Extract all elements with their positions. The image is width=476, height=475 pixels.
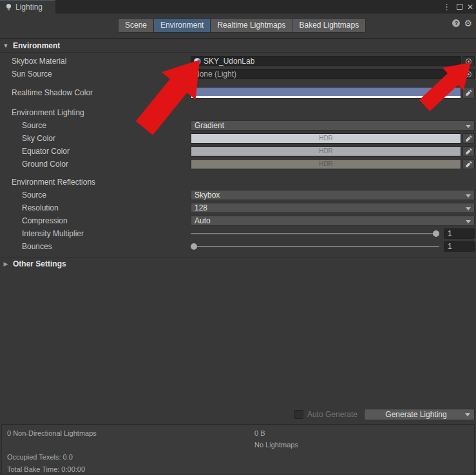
equator-color-eyedropper-button[interactable]	[462, 146, 475, 156]
tab-realtime-lightmaps[interactable]: Realtime Lightmaps	[211, 18, 292, 33]
tab-scene[interactable]: Scene	[118, 18, 154, 33]
window-tab-lighting[interactable]: Lighting	[0, 0, 55, 14]
window-title: Lighting	[15, 3, 43, 12]
skybox-material-picker-button[interactable]	[462, 56, 475, 66]
equator-color-label: Equator Color	[0, 147, 70, 156]
slider-thumb[interactable]	[433, 230, 439, 237]
sun-source-row: Sun Source None (Light)	[0, 68, 476, 80]
color-swatch-main	[191, 147, 461, 156]
skybox-material-field[interactable]: SKY_UdonLab	[191, 56, 461, 66]
bounces-label: Bounces	[0, 242, 52, 251]
sky-color-swatch[interactable]: HDR	[191, 133, 461, 144]
ground-color-label: Ground Color	[0, 160, 68, 169]
color-swatch-main	[191, 88, 461, 96]
sun-source-picker-button[interactable]	[462, 69, 475, 79]
ground-color-swatch[interactable]: HDR	[191, 159, 461, 169]
lighting-window: Lighting ⋮ ✕ Scene Environment Realtime …	[0, 0, 476, 475]
auto-generate-checkbox[interactable]	[294, 410, 303, 419]
bounces-row: Bounces 1	[0, 240, 476, 253]
sun-source-label: Sun Source	[0, 70, 52, 79]
close-icon[interactable]: ✕	[467, 3, 473, 11]
env-lighting-source-label: Source	[0, 121, 46, 130]
sun-source-field[interactable]: None (Light)	[191, 69, 461, 79]
other-settings-title: Other Settings	[13, 259, 66, 268]
help-icon[interactable]: ?	[452, 19, 460, 27]
chevron-down-icon	[466, 194, 471, 198]
lightbulb-icon	[5, 3, 12, 12]
bounces-slider[interactable]	[191, 241, 439, 252]
eyedropper-icon	[465, 147, 473, 155]
resolution-dropdown[interactable]: 128	[191, 203, 475, 213]
compression-label: Compression	[0, 216, 68, 225]
resolution-label: Resolution	[0, 203, 59, 212]
foldout-closed-icon: ▶	[3, 261, 9, 267]
compression-dropdown[interactable]: Auto	[191, 216, 475, 226]
chevron-down-icon	[466, 207, 471, 210]
eyedropper-icon	[465, 160, 473, 168]
stat-total-bake-time: Total Bake Time: 0:00:00	[7, 465, 85, 473]
bounces-field[interactable]: 1	[444, 241, 475, 252]
env-lighting-source-dropdown[interactable]: Gradient	[191, 120, 475, 131]
slider-track	[191, 233, 439, 234]
generate-lighting-button[interactable]: Generate Lighting	[364, 409, 475, 420]
environment-section-header[interactable]: ▼ Environment	[0, 39, 476, 53]
equator-color-row: Equator Color HDR	[0, 145, 476, 158]
tab-baked-lightmaps[interactable]: Baked Lightmaps	[292, 18, 366, 33]
skybox-material-value: SKY_UdonLab	[204, 57, 254, 66]
reflections-source-label: Source	[0, 191, 46, 200]
sky-color-label: Sky Color	[0, 134, 55, 143]
stat-no-lightmaps: No Lightmaps	[254, 441, 298, 449]
object-picker-icon	[466, 71, 471, 77]
toolbar-icons: ? ⚙	[452, 19, 472, 28]
intensity-multiplier-row: Intensity Multiplier 1	[0, 227, 476, 240]
maximize-icon[interactable]	[457, 4, 462, 10]
env-lighting-source-row: Source Gradient	[0, 119, 476, 132]
intensity-multiplier-slider[interactable]	[191, 228, 439, 239]
auto-generate-label: Auto Generate	[307, 410, 357, 419]
env-lighting-source-value: Gradient	[195, 121, 224, 130]
intensity-multiplier-field[interactable]: 1	[444, 228, 475, 239]
realtime-shadow-color-swatch[interactable]	[191, 87, 461, 98]
stat-size: 0 B	[254, 429, 265, 437]
tab-environment[interactable]: Environment	[154, 18, 211, 33]
reflections-source-value: Skybox	[195, 191, 220, 200]
sun-source-value: None (Light)	[194, 70, 236, 79]
material-sphere-icon	[194, 58, 201, 65]
eyedropper-icon	[465, 89, 473, 97]
gear-icon[interactable]: ⚙	[464, 19, 472, 28]
environment-section-title: Environment	[13, 41, 60, 50]
lighting-tab-group: Scene Environment Realtime Lightmaps Bak…	[118, 18, 366, 33]
window-menu-icon[interactable]: ⋮	[441, 3, 452, 11]
stat-occupied-texels: Occupied Texels: 0.0	[7, 453, 73, 461]
compression-row: Compression Auto	[0, 214, 476, 227]
stat-non-directional-lightmaps: 0 Non-Directional Lightmaps	[7, 429, 97, 437]
other-settings-header[interactable]: ▶ Other Settings	[0, 257, 476, 270]
equator-color-swatch[interactable]: HDR	[191, 146, 461, 156]
color-swatch-main	[191, 160, 461, 169]
foldout-open-icon: ▼	[3, 42, 9, 49]
color-swatch-alpha-bar	[191, 96, 461, 98]
generate-lighting-label: Generate Lighting	[365, 410, 474, 419]
reflections-source-row: Source Skybox	[0, 189, 476, 201]
slider-track	[191, 246, 439, 247]
slider-thumb[interactable]	[191, 243, 197, 250]
intensity-multiplier-label: Intensity Multiplier	[0, 229, 84, 238]
ground-color-eyedropper-button[interactable]	[462, 159, 475, 169]
lightmap-stats-panel: 0 Non-Directional Lightmaps 0 B No Light…	[1, 424, 475, 474]
bake-controls-bar: Auto Generate Generate Lighting	[0, 408, 475, 421]
reflections-source-dropdown[interactable]: Skybox	[191, 190, 475, 200]
chevron-down-icon	[465, 413, 470, 416]
realtime-shadow-color-label: Realtime Shadow Color	[0, 88, 93, 97]
lighting-toolbar: Scene Environment Realtime Lightmaps Bak…	[0, 14, 476, 39]
eyedropper-icon	[465, 135, 473, 142]
sky-color-eyedropper-button[interactable]	[462, 133, 475, 144]
compression-value: Auto	[195, 216, 211, 225]
realtime-shadow-color-row: Realtime Shadow Color	[0, 86, 476, 100]
environment-reflections-group-row: Environment Reflections	[0, 176, 476, 189]
chevron-down-icon	[466, 220, 471, 223]
window-controls: ⋮ ✕	[441, 0, 473, 14]
resolution-row: Resolution 128	[0, 201, 476, 214]
color-swatch-main	[191, 134, 461, 143]
shadow-color-eyedropper-button[interactable]	[462, 87, 475, 98]
title-bar: Lighting ⋮ ✕	[0, 0, 476, 14]
